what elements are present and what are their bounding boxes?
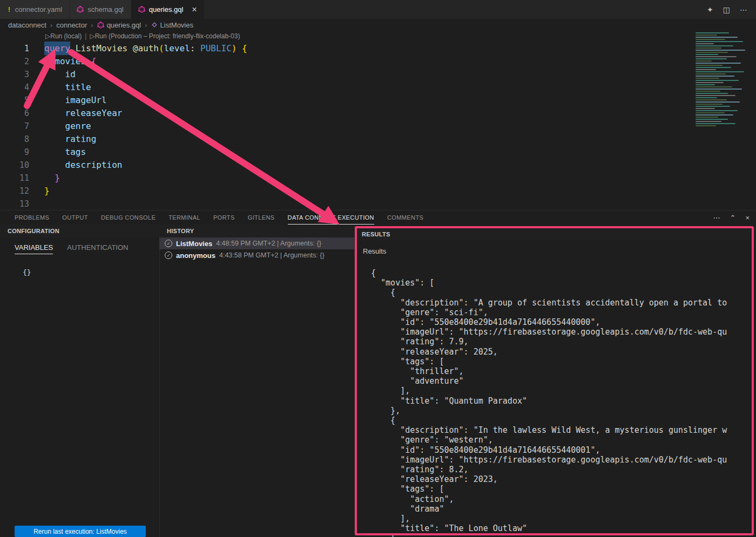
- code-token: [44, 95, 65, 105]
- code-token: [44, 147, 65, 157]
- codelens-divider: |: [85, 32, 86, 40]
- sparkle-icon[interactable]: ✦: [707, 5, 713, 14]
- minimap-line: [696, 45, 733, 46]
- run-production-link[interactable]: ▷Run (Production – Project: friendly-fli…: [90, 32, 240, 40]
- breadcrumb-item-listmovies[interactable]: ListMovies: [151, 21, 193, 29]
- minimap-line: [696, 76, 734, 77]
- line-number: 4: [0, 81, 29, 94]
- code-token: [44, 108, 65, 118]
- panel-tab-terminal[interactable]: TERMINAL: [168, 210, 200, 225]
- line-number: 11: [0, 172, 29, 185]
- minimap-line: [696, 82, 724, 83]
- more-actions-icon[interactable]: ⋯: [713, 214, 720, 222]
- line-number: 12: [0, 185, 29, 198]
- panel-tab-comments[interactable]: COMMENTS: [387, 210, 423, 225]
- variables-value[interactable]: {}: [23, 268, 159, 276]
- run-local-link[interactable]: ▷Run (local): [45, 32, 82, 40]
- panel-tab-gitlens[interactable]: GITLENS: [248, 210, 275, 225]
- line-number: 3: [0, 68, 29, 81]
- minimap-line: [696, 58, 727, 59]
- breadcrumb-item-dataconnect[interactable]: dataconnect: [8, 21, 46, 29]
- minimap-line: [696, 60, 712, 62]
- minimap-line: [696, 93, 728, 94]
- minimap-line: [696, 63, 741, 64]
- code-text: tags: [29, 146, 86, 159]
- code-token: [44, 82, 65, 92]
- minimap-line: [696, 69, 716, 70]
- breadcrumb-label: dataconnect: [8, 21, 46, 29]
- code-token: [44, 134, 65, 144]
- line-number: 13: [0, 198, 29, 210]
- graphql-icon: [138, 6, 145, 13]
- config-tab-authentication[interactable]: AUTHENTICATION: [67, 243, 128, 254]
- close-icon[interactable]: ×: [192, 5, 197, 14]
- line-number: 10: [0, 159, 29, 172]
- bottom-panel: PROBLEMSOUTPUTDEBUG CONSOLETERMINALPORTS…: [0, 210, 756, 537]
- minimap-line: [696, 78, 719, 79]
- editor-tab-connector-yaml[interactable]: !connector.yaml: [0, 0, 69, 19]
- code-token: }: [55, 173, 60, 183]
- code-text: description: [29, 159, 123, 172]
- editor-tab-queries-gql[interactable]: queries.gql×: [131, 0, 204, 19]
- tab-label: connector.yaml: [15, 5, 62, 13]
- more-actions-icon[interactable]: ⋯: [740, 5, 747, 14]
- panel-tab-problems[interactable]: PROBLEMS: [15, 210, 49, 225]
- check-circle-icon: ✓: [165, 251, 172, 259]
- breadcrumb-item-queries-gql[interactable]: queries.gql: [97, 21, 141, 29]
- minimap-line: [696, 37, 738, 38]
- config-tab-variables[interactable]: VARIABLES: [15, 243, 53, 254]
- editor-tab-schema-gql[interactable]: schema.gql: [70, 0, 130, 19]
- code-line: 5 imageUrl: [0, 94, 247, 107]
- history-section: HISTORY ✓ListMovies4:48:59 PM GMT+2 | Ar…: [159, 225, 355, 537]
- minimap-line: [696, 114, 733, 115]
- results-header[interactable]: RESULTS: [354, 228, 756, 241]
- breadcrumb-item-connector[interactable]: connector: [56, 21, 87, 29]
- code-token: description: [65, 160, 123, 170]
- results-label: Results: [363, 247, 756, 255]
- code-text: movies {: [29, 55, 96, 68]
- minimap-line: [696, 39, 725, 40]
- code-text: rating: [29, 133, 96, 146]
- minimap-line: [696, 35, 717, 36]
- line-number: 1: [0, 42, 29, 55]
- history-item-listmovies[interactable]: ✓ListMovies4:48:59 PM GMT+2 | Arguments:…: [159, 237, 354, 249]
- breadcrumb-separator: ›: [145, 21, 147, 29]
- code-lines[interactable]: 1query ListMovies @auth(level: PUBLIC) {…: [0, 42, 247, 210]
- results-json[interactable]: { "movies": [ { "description": "A group …: [354, 268, 756, 537]
- vscode-window: !connector.yamlschema.gqlqueries.gql× ✦◫…: [0, 0, 756, 537]
- history-item-anonymous[interactable]: ✓anonymous4:43:58 PM GMT+2 | Arguments: …: [159, 249, 354, 261]
- chevron-up-icon[interactable]: ⌃: [730, 214, 736, 222]
- panel-tab-data-connect-execution[interactable]: DATA CONNECT EXECUTION: [288, 210, 374, 225]
- selected-word: query: [44, 42, 70, 55]
- code-token: rating: [65, 134, 97, 144]
- code-token: title: [65, 82, 91, 92]
- history-title: HISTORY: [167, 228, 194, 234]
- panel-tab-ports[interactable]: PORTS: [213, 210, 235, 225]
- results-title: RESULTS: [362, 231, 390, 237]
- panel-tab-output[interactable]: OUTPUT: [62, 210, 88, 225]
- code-text: [29, 198, 44, 210]
- code-token: [70, 43, 76, 53]
- breadcrumb: dataconnect›connector›queries.gql›ListMo…: [0, 19, 756, 31]
- panel-tab-debug-console[interactable]: DEBUG CONSOLE: [101, 210, 156, 225]
- configuration-header[interactable]: CONFIGURATION: [0, 225, 159, 237]
- code-line: 10 description: [0, 159, 247, 172]
- minimap-line: [696, 89, 742, 90]
- history-header[interactable]: HISTORY: [159, 225, 354, 237]
- minimap-line: [696, 73, 726, 74]
- graphql-icon: [97, 22, 104, 29]
- tab-label: queries.gql: [149, 5, 184, 13]
- split-editor-icon[interactable]: ◫: [723, 5, 730, 14]
- rerun-button[interactable]: Rerun last execution: ListMovies: [15, 526, 146, 537]
- panel-tabs: PROBLEMSOUTPUTDEBUG CONSOLETERMINALPORTS…: [0, 210, 423, 225]
- minimap-line: [696, 43, 714, 44]
- codelens: ▷Run (local) | ▷Run (Production – Projec…: [45, 32, 240, 40]
- minimap-line: [696, 101, 740, 103]
- symbol-operation-icon: [151, 22, 158, 28]
- minimap[interactable]: [692, 31, 756, 131]
- code-line: 12}: [0, 185, 247, 198]
- minimap-line: [696, 32, 729, 33]
- code-line: 4 title: [0, 81, 247, 94]
- close-icon[interactable]: ×: [745, 214, 750, 222]
- code-line: 6 releaseYear: [0, 107, 247, 120]
